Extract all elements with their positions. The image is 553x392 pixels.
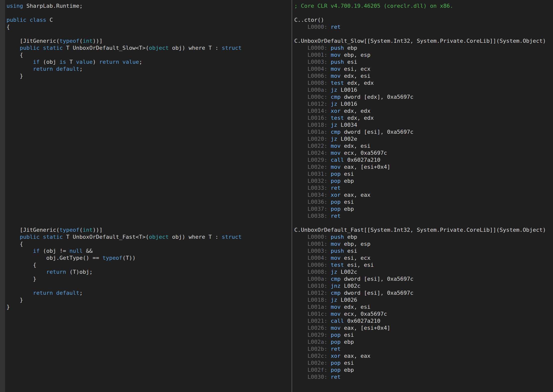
token-pl: ebp, esp: [340, 241, 370, 247]
asm-line: L0021: call 0x6027a210: [294, 318, 553, 324]
asm-line: L0001: mov ebp, esp: [294, 52, 553, 58]
token-lbl: L002c:: [294, 353, 331, 359]
token-mn: pop: [331, 360, 341, 366]
token-pl: [6, 234, 20, 240]
token-pl: esi: [344, 59, 357, 65]
token-kw: if: [33, 59, 40, 65]
token-pl: edx, esi: [340, 304, 370, 310]
token-pl: esi: [340, 360, 354, 366]
asm-line: L0020: jz L002e: [294, 136, 553, 142]
token-kw: value: [122, 59, 139, 65]
code-line: [6, 128, 292, 136]
token-lbl: L0029:: [294, 332, 331, 338]
token-pl: ;: [139, 59, 142, 65]
token-kw: class: [30, 17, 46, 23]
token-pl: obj.GetType() ==: [6, 255, 102, 261]
asm-line: L0029: call 0x6027a210: [294, 156, 553, 164]
asm-line: ; Core CLR v4.700.19.46205 (coreclr.dll)…: [294, 2, 553, 10]
token-kw: return: [46, 269, 66, 275]
asm-line: L002a: pop ebp: [294, 338, 553, 346]
csharp-editor-pane[interactable]: using SharpLab.Runtime; public class C{ …: [5, 0, 292, 392]
asm-line: L0026: mov eax, [esi+0x4]: [294, 324, 553, 332]
token-pl: T UnboxOrDefault_Slow<T>(: [63, 45, 149, 51]
token-pl: ecx, 0xa5697c: [340, 311, 387, 317]
token-pl: ebp: [340, 178, 354, 184]
asm-line: L0003: push esi: [294, 248, 553, 254]
code-line: obj.GetType() == typeof(T)): [6, 254, 292, 262]
token-lbl: L000a:: [294, 276, 331, 282]
token-lbl: L0003:: [294, 248, 331, 254]
token-kw: return: [33, 66, 53, 72]
token-lbl: L0037:: [294, 206, 331, 212]
token-lbl: L0018:: [294, 297, 331, 303]
token-mn: cmp: [331, 94, 341, 100]
code-line: [6, 10, 292, 16]
token-pl: {: [6, 24, 10, 30]
token-pl: [6, 248, 33, 254]
token-pl: ebp: [340, 367, 354, 373]
token-mn: push: [331, 59, 344, 65]
token-com: ; Core CLR v4.700.19.46205 (coreclr.dll)…: [294, 3, 453, 9]
token-pl: {: [6, 241, 23, 247]
token-pl: [6, 269, 46, 275]
asm-line: L0000: push ebp: [294, 234, 553, 240]
asm-line: L0031: pop esi: [294, 170, 553, 178]
token-pl: (T)): [122, 255, 136, 261]
token-lbl: L0018:: [294, 122, 331, 128]
asm-line: L001a: cmp dword [esi], 0xa5697c: [294, 128, 553, 136]
token-pl: [6, 290, 33, 296]
token-mn: test: [331, 262, 344, 268]
code-line: public static T UnboxOrDefault_Fast<T>(o…: [6, 234, 292, 240]
token-pl: ebp: [344, 234, 357, 240]
token-mn: cmp: [331, 276, 341, 282]
code-line: [JitGeneric(typeof(int))]: [6, 38, 292, 44]
code-line: [6, 94, 292, 100]
token-pl: [JitGeneric(: [6, 227, 60, 233]
token-pl: ))]: [92, 227, 102, 233]
token-mn: cmp: [331, 290, 341, 296]
token-mn: pop: [331, 206, 341, 212]
token-lbl: L0010:: [294, 283, 331, 289]
token-pl: 0x6027a210: [344, 318, 380, 324]
token-mn: mov: [331, 52, 341, 58]
asm-line: [294, 30, 553, 38]
token-mn: ret: [331, 346, 341, 352]
token-pl: [40, 234, 43, 240]
code-line: [6, 136, 292, 142]
token-lbl: L002e:: [294, 360, 331, 366]
token-pl: esi: [340, 332, 354, 338]
token-kw: default: [56, 66, 80, 72]
token-pl: L002c: [337, 269, 357, 275]
token-kw: default: [56, 290, 80, 296]
token-mn: pop: [331, 199, 341, 205]
token-pl: &&: [83, 248, 93, 254]
code-line: [6, 156, 292, 164]
token-mn: push: [331, 248, 344, 254]
token-pl: T: [66, 59, 76, 65]
asm-line: L0037: pop ebp: [294, 206, 553, 212]
token-pl: esi: [344, 248, 357, 254]
token-pl: esi, ecx: [340, 255, 370, 261]
token-mn: mov: [331, 164, 341, 170]
jit-asm-output-pane: ; Core CLR v4.700.19.46205 (coreclr.dll)…: [292, 0, 553, 392]
token-lbl: L0003:: [294, 59, 331, 65]
token-mn: xor: [331, 353, 341, 359]
code-line: return default;: [6, 290, 292, 296]
token-mn: mov: [331, 241, 341, 247]
token-pl: [40, 45, 43, 51]
asm-line: L0000: push ebp: [294, 44, 553, 52]
code-line: {: [6, 240, 292, 248]
token-lbl: L000a:: [294, 87, 331, 93]
token-pl: }: [6, 297, 23, 303]
token-mn: call: [331, 318, 344, 324]
token-pl: (: [79, 38, 82, 44]
token-mn: jz: [331, 269, 338, 275]
asm-line: C.UnboxOrDefault_Slow[[System.Int32, Sys…: [294, 38, 553, 44]
asm-line: L002c: xor eax, eax: [294, 352, 553, 360]
token-ty: int: [83, 38, 93, 44]
asm-line: L001c: mov ecx, 0xa5697c: [294, 310, 553, 318]
asm-line: L0034: xor eax, eax: [294, 192, 553, 198]
token-mn: ret: [331, 185, 341, 191]
token-mn: xor: [331, 192, 341, 198]
token-mn: jnz: [331, 283, 341, 289]
